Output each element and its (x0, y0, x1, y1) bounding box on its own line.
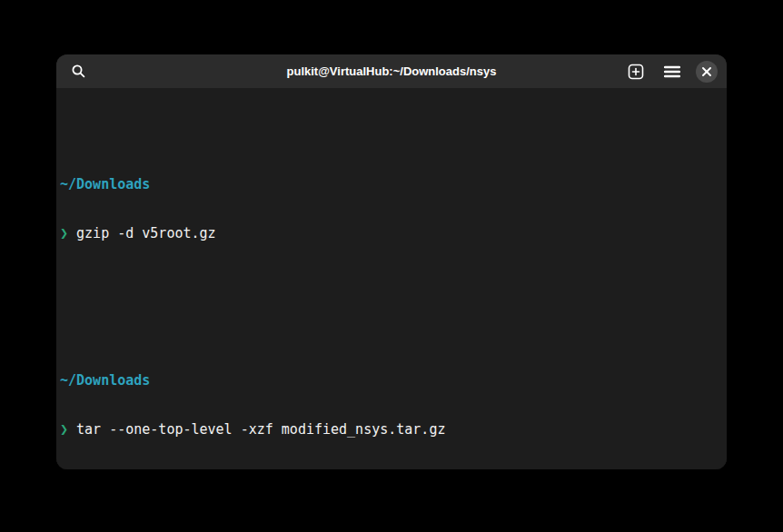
command-text: gzip -d v5root.gz (76, 225, 216, 241)
menu-button[interactable] (659, 59, 685, 84)
new-tab-button[interactable] (623, 59, 649, 84)
search-button[interactable] (65, 59, 91, 84)
close-button[interactable] (696, 61, 718, 83)
close-icon (702, 67, 711, 76)
prompt-char: ❯ (60, 225, 68, 241)
search-icon (71, 64, 86, 79)
terminal-content[interactable]: ~/Downloads ❯ gzip -d v5root.gz ~/Downlo… (56, 88, 727, 469)
titlebar: pulkit@VirtualHub:~/Downloads/nsys (56, 54, 727, 88)
prompt-path: ~/Downloads (60, 176, 723, 192)
command-line: ❯ gzip -d v5root.gz (60, 225, 723, 241)
prompt-path: ~/Downloads (60, 372, 723, 389)
terminal-window: pulkit@VirtualHub:~/Downloads/nsys (56, 54, 727, 469)
command-line: ❯ tar --one-top-level -xzf modified_nsys… (60, 421, 723, 438)
command-block: ~/Downloads ❯ gzip -d v5root.gz (60, 143, 723, 274)
hamburger-menu-icon (664, 65, 680, 78)
command-block: ~/Downloads ❯ tar --one-top-level -xzf m… (60, 340, 723, 469)
command-text: tar --one-top-level -xzf modified_nsys.t… (76, 421, 445, 438)
prompt-char: ❯ (60, 421, 68, 438)
new-tab-icon (628, 64, 644, 80)
